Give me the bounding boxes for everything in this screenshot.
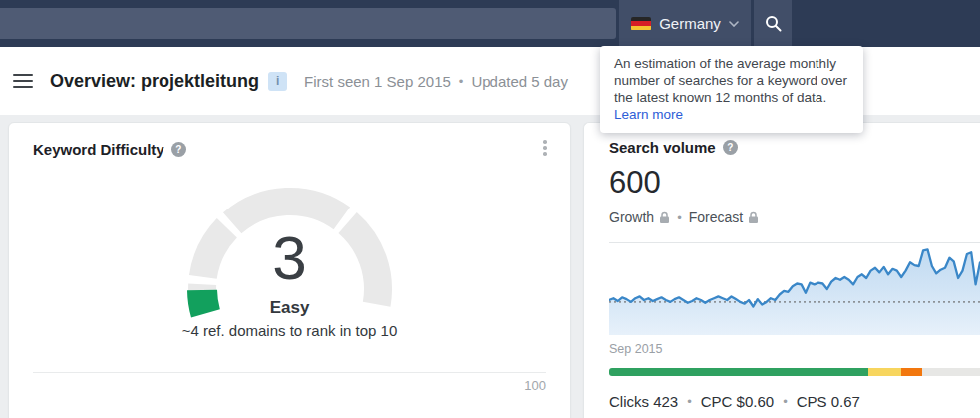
more-options-button[interactable] (534, 137, 556, 159)
menu-button[interactable] (13, 74, 33, 89)
volume-card-title: Search volume (609, 139, 716, 156)
country-label: Germany (659, 15, 721, 32)
bullet-separator: • (687, 394, 692, 409)
info-badge[interactable]: i (268, 72, 287, 91)
tooltip-text: An estimation of the average monthly num… (614, 56, 847, 105)
help-icon[interactable]: ? (171, 142, 186, 157)
first-seen-label: First seen 1 Sep 2015 (304, 73, 451, 90)
help-icon[interactable]: ? (723, 140, 738, 155)
chart-start-label: Sep 2015 (609, 342, 980, 356)
top-navbar: Germany (0, 0, 980, 47)
bullet-separator: • (459, 74, 464, 89)
growth-label: Growth (609, 209, 654, 225)
page-title: Overview: projektleitung (50, 71, 259, 92)
forecast-locked-link[interactable]: Forecast (689, 209, 759, 225)
forecast-label: Forecast (689, 209, 743, 225)
kd-card-title: Keyword Difficulty (33, 141, 164, 158)
keyword-search-input[interactable] (0, 8, 616, 39)
chevron-down-icon (729, 21, 739, 27)
kd-band-label: Easy (175, 298, 405, 318)
volume-trend-chart (609, 242, 980, 336)
clicks-distribution-bar (609, 368, 980, 376)
metric-item: CPS 0.67 (797, 393, 860, 410)
volume-sub-row: Growth • Forecast (609, 209, 980, 225)
metric-item: Clicks 423 (609, 393, 678, 410)
volume-metrics-row: Clicks 423•CPC $0.60•CPS 0.67 (609, 393, 980, 410)
keyword-difficulty-card: Keyword Difficulty ? 3 Easy ~4 ref. doma… (8, 122, 571, 418)
search-button[interactable] (754, 0, 792, 47)
app-window: Germany Overview: projektleitung i First… (0, 0, 980, 418)
kd-max-label: 100 (524, 378, 546, 393)
search-volume-value: 600 (609, 165, 980, 201)
bar-segment-paid-clicks (868, 368, 901, 376)
keyword-meta: First seen 1 Sep 2015 • Updated 5 day (304, 73, 568, 90)
bullet-separator: • (677, 210, 682, 225)
metric-item: CPC $0.60 (701, 393, 774, 410)
bar-segment-remainder (922, 368, 980, 376)
search-volume-card: Search volume ? 600 Growth • Forecast (583, 122, 980, 418)
bar-segment-organic-clicks (609, 368, 868, 376)
lock-icon (659, 211, 670, 224)
search-volume-tooltip: An estimation of the average monthly num… (600, 46, 863, 133)
growth-locked-link[interactable]: Growth (609, 209, 670, 225)
lock-icon (748, 211, 759, 224)
country-selector[interactable]: Germany (619, 0, 754, 47)
kd-subtitle: ~4 ref. domains to rank in top 10 (116, 322, 465, 339)
search-icon (765, 15, 782, 32)
navbar-controls: Germany (619, 0, 792, 47)
difficulty-gauge: 3 Easy ~4 ref. domains to rank in top 10 (175, 184, 405, 345)
germany-flag-icon (631, 17, 651, 31)
bar-segment-no-clicks (901, 368, 921, 376)
learn-more-link[interactable]: Learn more (614, 107, 683, 122)
kd-divider (33, 372, 546, 373)
kd-score: 3 (175, 227, 405, 289)
updated-label: Updated 5 day (471, 73, 568, 90)
bullet-separator: • (783, 394, 788, 409)
